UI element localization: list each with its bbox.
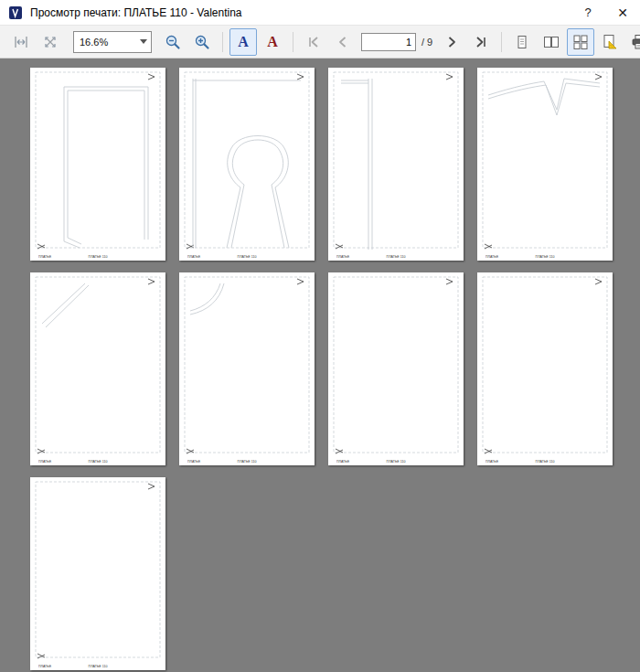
- portrait-a-icon: A: [238, 35, 249, 49]
- next-page-button[interactable]: [438, 28, 465, 56]
- page-graphic: [30, 272, 165, 465]
- preview-page[interactable]: ПЛАТЬЕПЛАТЬЕ 110: [328, 272, 464, 465]
- fit-width-icon: [13, 34, 29, 50]
- page-footer-left: ПЛАТЬЕ: [187, 460, 200, 464]
- corner-mark-icon: [595, 279, 602, 284]
- corner-mark-icon: [148, 74, 155, 80]
- page-graphic: [477, 272, 613, 465]
- pattern-outline: [227, 136, 289, 249]
- window-title: Просмотр печати: ПЛАТЬЕ 110 - Valentina: [30, 6, 571, 19]
- page-total-label: / 9: [421, 37, 432, 48]
- page-footer-left: ПЛАТЬЕ: [38, 460, 51, 464]
- single-page-view-button[interactable]: [508, 28, 536, 56]
- pattern-outline: [68, 238, 81, 244]
- landscape-a-icon: A: [267, 35, 278, 49]
- pattern-outline: [488, 79, 600, 110]
- pattern-outline: [488, 83, 600, 115]
- corner-mark-icon: [148, 484, 155, 489]
- page-graphic: [179, 272, 315, 465]
- preview-page[interactable]: ПЛАТЬЕПЛАТЬЕ 110: [179, 272, 315, 465]
- last-page-button[interactable]: [467, 28, 495, 56]
- fit-page-button[interactable]: [37, 28, 64, 56]
- pattern-outline: [68, 91, 144, 240]
- titlebar: Просмотр печати: ПЛАТЬЕ 110 - Valentina …: [0, 0, 640, 26]
- close-button[interactable]: ✕: [605, 0, 640, 25]
- page-footer-center: ПЛАТЬЕ 110: [536, 255, 555, 259]
- last-page-icon: [473, 34, 489, 50]
- toolbar-right-group: [596, 28, 640, 56]
- page-footer-left: ПЛАТЬЕ: [336, 460, 349, 464]
- pattern-outline: [46, 285, 89, 327]
- pattern-outline: [64, 87, 148, 241]
- zoom-value: 16.6%: [80, 37, 108, 48]
- toolbar-separator: [222, 32, 223, 52]
- all-pages-view-button[interactable]: [567, 28, 594, 56]
- toolbar: 16.6% A A: [0, 26, 640, 59]
- fit-width-button[interactable]: [7, 28, 35, 56]
- prev-page-button[interactable]: [329, 28, 357, 56]
- landscape-button[interactable]: A: [259, 28, 286, 56]
- toolbar-separator: [501, 32, 502, 52]
- preview-page[interactable]: ПЛАТЬЕПЛАТЬЕ 110: [179, 68, 315, 261]
- page-graphic: [328, 68, 464, 261]
- print-preview-window: Просмотр печати: ПЛАТЬЕ 110 - Valentina …: [0, 0, 640, 672]
- page-footer-left: ПЛАТЬЕ: [485, 255, 498, 259]
- page-footer-center: ПЛАТЬЕ 110: [536, 460, 555, 464]
- corner-mark-icon: [446, 279, 453, 284]
- print-icon: [631, 34, 640, 50]
- help-button[interactable]: ?: [571, 0, 605, 25]
- page-graphic: [179, 68, 315, 261]
- corner-mark-icon: [446, 74, 453, 80]
- facing-pages-view-icon: [543, 34, 560, 50]
- preview-page[interactable]: ПЛАТЬЕПЛАТЬЕ 110: [477, 272, 613, 465]
- page-footer-left: ПЛАТЬЕ: [38, 665, 51, 668]
- page-graphic: [328, 272, 464, 465]
- preview-page[interactable]: ПЛАТЬЕПЛАТЬЕ 110: [30, 477, 165, 670]
- zoom-combobox[interactable]: 16.6%: [73, 31, 152, 53]
- first-page-icon: [305, 34, 322, 50]
- chevron-down-icon: [140, 39, 147, 44]
- zoom-in-button[interactable]: [188, 28, 216, 56]
- corner-mark-icon: [148, 279, 155, 284]
- print-button[interactable]: [625, 28, 640, 56]
- all-pages-view-icon: [572, 34, 589, 50]
- page-graphic: [30, 477, 165, 670]
- page-footer-left: ПЛАТЬЕ: [485, 460, 498, 464]
- preview-page[interactable]: ПЛАТЬЕПЛАТЬЕ 110: [477, 68, 613, 261]
- page-footer-center: ПЛАТЬЕ 110: [89, 255, 108, 259]
- pages-area[interactable]: ПЛАТЬЕПЛАТЬЕ 110ПЛАТЬЕПЛАТЬЕ 110ПЛАТЬЕПЛ…: [0, 59, 640, 672]
- portrait-button[interactable]: A: [229, 28, 257, 56]
- zoom-out-button[interactable]: [159, 28, 187, 56]
- page-number-input[interactable]: [361, 33, 416, 51]
- page-footer-center: ПЛАТЬЕ 110: [238, 255, 257, 259]
- page-footer-center: ПЛАТЬЕ 110: [238, 460, 257, 464]
- facing-pages-view-button[interactable]: [538, 28, 565, 56]
- page-footer-center: ПЛАТЬЕ 110: [387, 255, 406, 259]
- next-page-icon: [443, 34, 460, 50]
- fit-page-icon: [42, 34, 59, 50]
- page-footer-left: ПЛАТЬЕ: [38, 255, 51, 259]
- preview-page[interactable]: ПЛАТЬЕПЛАТЬЕ 110: [30, 68, 165, 261]
- zoom-out-icon: [165, 34, 181, 50]
- app-icon: [8, 5, 23, 20]
- page-graphic: [30, 68, 165, 261]
- first-page-button[interactable]: [300, 28, 327, 56]
- zoom-in-icon: [194, 34, 210, 50]
- page-setup-button[interactable]: [596, 28, 624, 56]
- page-setup-icon: [602, 34, 618, 50]
- corner-mark-icon: [595, 74, 602, 80]
- corner-mark-icon: [297, 74, 304, 80]
- pattern-outline: [42, 283, 85, 324]
- page-graphic: [477, 68, 613, 261]
- page-footer-center: ПЛАТЬЕ 110: [89, 665, 108, 668]
- toolbar-separator: [293, 32, 293, 52]
- page-footer-center: ПЛАТЬЕ 110: [387, 460, 406, 464]
- preview-page[interactable]: ПЛАТЬЕПЛАТЬЕ 110: [30, 272, 165, 465]
- pattern-outline: [190, 283, 220, 311]
- page-footer-left: ПЛАТЬЕ: [336, 255, 349, 259]
- page-footer-center: ПЛАТЬЕ 110: [89, 460, 108, 464]
- single-page-view-icon: [514, 34, 530, 50]
- page-footer-left: ПЛАТЬЕ: [187, 255, 200, 259]
- preview-page[interactable]: ПЛАТЬЕПЛАТЬЕ 110: [328, 68, 464, 261]
- prev-page-icon: [335, 34, 351, 50]
